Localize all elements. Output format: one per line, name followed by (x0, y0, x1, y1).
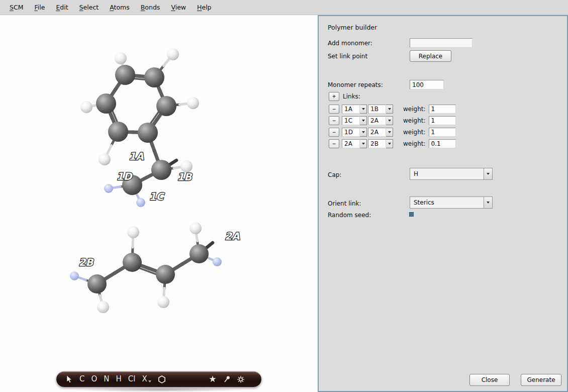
links-label: Links: (343, 93, 360, 100)
chevron-down-icon[interactable] (386, 139, 393, 148)
chevron-down-icon[interactable] (484, 197, 492, 208)
halogen-tool[interactable]: X (142, 375, 151, 383)
link-from-select[interactable]: 1A (342, 105, 367, 114)
replace-button[interactable]: Replace (410, 50, 451, 62)
menu-file[interactable]: File (29, 1, 50, 14)
chlorine-tool[interactable]: Cl (128, 375, 136, 383)
link-to-select[interactable]: 2A (368, 116, 393, 125)
link-from-select[interactable]: 1C (342, 116, 367, 125)
carbon-atom[interactable] (138, 123, 158, 143)
link-to-select[interactable]: 1B (368, 105, 393, 114)
combo-value: 1B (368, 105, 386, 114)
menu-bonds[interactable]: Bonds (135, 1, 166, 14)
link-atom[interactable] (104, 184, 113, 193)
chevron-down-icon[interactable] (360, 128, 367, 137)
random-seed-indicator[interactable] (409, 212, 414, 217)
link-point-label: 1C (149, 190, 165, 203)
structure-tool[interactable] (209, 375, 217, 383)
tool-label: O (91, 375, 97, 383)
menu-atoms[interactable]: Atoms (104, 1, 135, 14)
link-row: −1D2Aweight: (329, 128, 456, 137)
orient-link-label: Orient link: (328, 200, 361, 207)
link-row: −1C2Aweight: (329, 116, 456, 125)
add-link-button[interactable]: + (329, 92, 339, 101)
chevron-down-icon[interactable] (360, 105, 367, 114)
monomer-repeats-input[interactable] (410, 80, 444, 89)
hydrogen-atom[interactable] (99, 153, 111, 165)
orient-link-select[interactable]: Sterics (410, 197, 493, 209)
link-to-select[interactable]: 2B (368, 139, 393, 148)
link-from-select[interactable]: 2A (342, 139, 367, 148)
remove-link-button[interactable]: − (329, 116, 339, 125)
molecule-canvas[interactable]: 1A1D1B1C2A2B (0, 15, 318, 392)
chevron-down-icon[interactable] (386, 105, 393, 114)
generate-button[interactable]: Generate (521, 374, 561, 386)
carbon-atom[interactable] (156, 265, 175, 284)
chevron-down-icon[interactable] (360, 139, 367, 148)
hydrogen-atom[interactable] (80, 101, 92, 113)
hydrogen-atom[interactable] (187, 97, 199, 109)
tool-label: X (142, 375, 147, 383)
link-row: −1A1Bweight: (329, 105, 456, 114)
molecule-viewport[interactable]: 1A1D1B1C2A2B CONHClX (0, 15, 318, 392)
weight-input[interactable] (429, 128, 456, 137)
weight-input[interactable] (429, 139, 456, 148)
link-atom[interactable] (136, 198, 145, 207)
oxygen-tool[interactable]: O (91, 375, 97, 383)
link-from-select[interactable]: 1D (342, 128, 367, 137)
carbon-atom[interactable] (156, 96, 176, 116)
carbon-atom[interactable] (115, 65, 135, 85)
hydrogen-tool[interactable]: H (116, 375, 122, 383)
monomer-repeats-label: Monomer repeats: (328, 81, 383, 88)
link-row: −2A2Bweight: (329, 139, 456, 148)
tool-label: Cl (128, 375, 136, 383)
hydrogen-atom[interactable] (127, 226, 139, 238)
remove-link-button[interactable]: − (329, 128, 339, 137)
carbon-atom[interactable] (190, 244, 209, 263)
hydrogen-atom[interactable] (97, 301, 109, 313)
pin-icon (223, 375, 230, 383)
hydrogen-atom[interactable] (167, 48, 179, 60)
carbon-atom[interactable] (87, 274, 107, 293)
link-atom[interactable] (213, 257, 222, 266)
tool-label: H (116, 375, 122, 383)
menu-select[interactable]: Select (74, 1, 105, 14)
chevron-down-icon[interactable] (386, 128, 393, 137)
close-button[interactable]: Close (469, 374, 510, 386)
pointer-tool[interactable] (223, 375, 230, 383)
carbon-tool[interactable]: C (79, 375, 84, 383)
carbon-atom[interactable] (108, 122, 128, 142)
ring-tool[interactable] (158, 375, 166, 383)
hydrogen-atom[interactable] (157, 296, 169, 308)
combo-value: 2A (368, 128, 386, 137)
carbon-atom[interactable] (144, 67, 164, 87)
link-point-label: 1D (117, 170, 133, 182)
link-atom[interactable] (70, 271, 79, 280)
orient-link-value: Sterics (410, 197, 484, 208)
nitrogen-tool[interactable]: N (104, 375, 109, 383)
weight-label: weight: (403, 140, 426, 147)
hydrogen-atom[interactable] (190, 222, 202, 234)
weight-input[interactable] (429, 105, 456, 114)
remove-link-button[interactable]: − (329, 105, 339, 114)
select-tool[interactable] (66, 375, 73, 383)
carbon-atom[interactable] (123, 253, 142, 272)
chevron-down-icon[interactable] (386, 116, 393, 125)
chevron-down-icon[interactable] (360, 116, 367, 125)
weight-input[interactable] (429, 116, 456, 125)
remove-link-button[interactable]: − (329, 139, 339, 148)
settings-tool[interactable] (237, 375, 245, 383)
hydrogen-atom[interactable] (115, 52, 127, 64)
carbon-atom[interactable] (96, 93, 116, 114)
element-toolbar: CONHClX (56, 371, 261, 387)
link-to-select[interactable]: 2A (368, 128, 393, 137)
menu-help[interactable]: Help (192, 1, 217, 14)
menu-view[interactable]: View (165, 1, 192, 14)
cap-select[interactable]: H (410, 168, 493, 180)
chevron-down-icon[interactable] (484, 168, 492, 179)
menu-edit[interactable]: Edit (50, 1, 73, 14)
carbon-atom[interactable] (151, 160, 171, 180)
menu-scm[interactable]: SCM (4, 1, 29, 14)
combo-value: 2A (368, 116, 386, 125)
add-monomer-input[interactable] (410, 38, 472, 48)
